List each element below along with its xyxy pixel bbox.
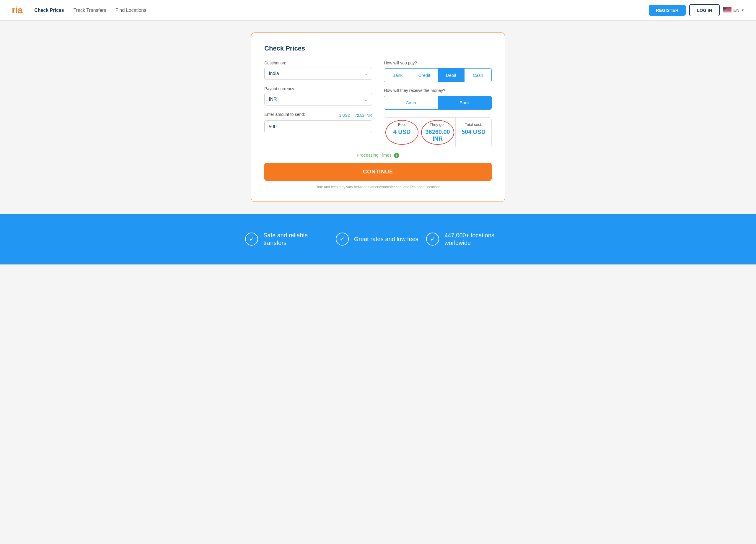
- payout-currency-select-wrapper: INR ⌄: [264, 93, 372, 105]
- header-right: REGISTER LOG IN ★★★★★★ ★★★★★ ★★★★★★: [649, 4, 744, 16]
- amount-header: Enter amount to send: 1 USD = 72.52 INR: [264, 112, 372, 118]
- language-chevron-icon: ▼: [741, 9, 744, 12]
- they-get-box: They get: 36260.00 INR: [420, 118, 456, 147]
- total-box: Total cost: 504 USD: [456, 118, 491, 147]
- they-get-label: They get:: [423, 122, 452, 127]
- feature-locations-text: 447,000+ locations worldwide: [444, 231, 511, 247]
- continue-button[interactable]: CONTINUE: [264, 163, 492, 181]
- features-section: ✓ Safe and reliable transfers ✓ Great ra…: [0, 214, 756, 264]
- destination-select-wrapper: India ⌄: [264, 67, 372, 80]
- exchange-rate: 1 USD = 72.52 INR: [339, 113, 372, 118]
- payment-tab-cash[interactable]: Cash: [465, 69, 491, 82]
- nav: Check Prices Track Transfers Find Locati…: [34, 8, 146, 13]
- register-button[interactable]: REGISTER: [649, 5, 686, 16]
- feature-locations: ✓ 447,000+ locations worldwide: [426, 231, 511, 247]
- fee-label: Fee:: [388, 122, 416, 127]
- feature-safe: ✓ Safe and reliable transfers: [245, 231, 330, 247]
- receive-method-label: How will they receive the money?: [384, 88, 492, 93]
- check-circle-icon: ✓: [426, 232, 439, 245]
- destination-label: Destination:: [264, 61, 372, 65]
- check-circle-icon: ✓: [336, 232, 349, 245]
- fee-value: 4 USD: [388, 128, 416, 135]
- summary-boxes: Fee: 4 USD They get: 36260.00 INR Total …: [384, 117, 492, 147]
- check-prices-card: Check Prices Destination: India ⌄ Payout: [251, 32, 505, 202]
- payment-method-section: How will you pay? Bank Credit Debit Cash: [384, 61, 492, 82]
- payout-currency-select[interactable]: INR: [265, 93, 372, 105]
- feature-rates: ✓ Great rates and low fees: [336, 231, 421, 247]
- header: ria Check Prices Track Transfers Find Lo…: [0, 0, 756, 21]
- payout-currency-field: Payout currency: INR ⌄: [264, 86, 372, 105]
- processing-times-link[interactable]: Processing Times i: [357, 152, 400, 157]
- amount-field: Enter amount to send: 1 USD = 72.52 INR: [264, 112, 372, 133]
- payment-tabs: Bank Credit Debit Cash: [384, 68, 492, 82]
- total-value: 504 USD: [459, 128, 488, 135]
- exchange-rate-value: 72.52 INR: [355, 113, 372, 118]
- svg-rect-6: [723, 12, 731, 13]
- svg-rect-5: [723, 11, 731, 12]
- form-right: How will you pay? Bank Credit Debit Cash…: [384, 61, 492, 147]
- disclaimer: Rate and fees may vary between riamoneyt…: [264, 184, 492, 190]
- receive-tabs: Cash Bank: [384, 96, 492, 110]
- logo: ria: [12, 5, 22, 16]
- nav-find-locations[interactable]: Find Locations: [115, 8, 146, 13]
- main-content: Check Prices Destination: India ⌄ Payout: [245, 32, 511, 202]
- amount-label: Enter amount to send:: [264, 112, 305, 117]
- payment-tab-credit[interactable]: Credit: [411, 69, 438, 82]
- flag-icon: ★★★★★★ ★★★★★ ★★★★★★ ★★★★★: [723, 7, 731, 13]
- card-title: Check Prices: [264, 45, 492, 52]
- nav-check-prices[interactable]: Check Prices: [34, 8, 64, 13]
- payment-tab-bank[interactable]: Bank: [384, 69, 411, 82]
- receive-method-section: How will they receive the money? Cash Ba…: [384, 88, 492, 110]
- receive-tab-cash[interactable]: Cash: [384, 96, 438, 109]
- processing-times-label: Processing Times: [357, 152, 392, 157]
- fee-box: Fee: 4 USD: [384, 118, 420, 147]
- form-left: Destination: India ⌄ Payout currency: IN…: [264, 61, 372, 147]
- features-grid: ✓ Safe and reliable transfers ✓ Great ra…: [245, 231, 511, 247]
- svg-rect-4: [723, 10, 731, 11]
- they-get-value: 36260.00 INR: [423, 128, 452, 142]
- payment-method-label: How will you pay?: [384, 61, 492, 65]
- processing-times: Processing Times i: [264, 152, 492, 158]
- payout-currency-label: Payout currency:: [264, 86, 372, 91]
- destination-select[interactable]: India: [265, 67, 372, 79]
- nav-track-transfers[interactable]: Track Transfers: [74, 8, 106, 13]
- language-label: EN: [733, 8, 739, 13]
- total-label: Total cost:: [459, 122, 488, 127]
- language-selector[interactable]: ★★★★★★ ★★★★★ ★★★★★★ ★★★★★ EN ▼: [723, 7, 744, 13]
- feature-safe-text: Safe and reliable transfers: [263, 231, 330, 247]
- check-circle-icon: ✓: [245, 232, 258, 245]
- payment-tab-debit[interactable]: Debit: [438, 69, 465, 82]
- amount-input[interactable]: [264, 120, 372, 133]
- exchange-rate-prefix: 1 USD =: [339, 113, 355, 118]
- form-grid: Destination: India ⌄ Payout currency: IN…: [264, 61, 492, 147]
- feature-rates-text: Great rates and low fees: [354, 235, 418, 243]
- destination-field: Destination: India ⌄: [264, 61, 372, 80]
- receive-tab-bank[interactable]: Bank: [438, 96, 492, 109]
- info-icon: i: [394, 153, 399, 158]
- login-button[interactable]: LOG IN: [689, 4, 720, 16]
